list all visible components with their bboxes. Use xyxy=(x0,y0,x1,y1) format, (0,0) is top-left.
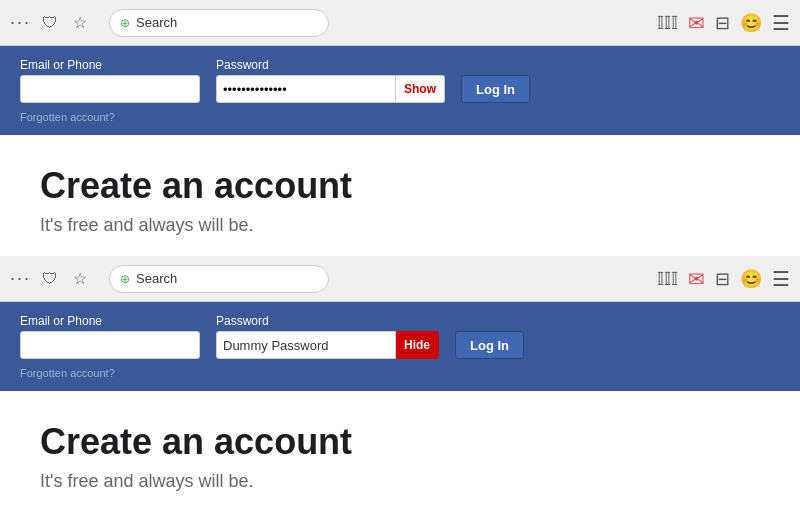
user-icon-1[interactable]: 😊 xyxy=(740,12,762,34)
email-field-group-2: Email or Phone xyxy=(20,314,200,359)
library-icon-1[interactable]: 𝕀𝕀𝕀 xyxy=(657,12,678,34)
fb-login-row-2: Email or Phone Password Hide Log In xyxy=(20,314,780,359)
password-input-1[interactable] xyxy=(216,75,396,103)
hide-password-button-2[interactable]: Hide xyxy=(396,331,439,359)
star-icon-1[interactable]: ☆ xyxy=(69,12,91,34)
password-wrapper-2: Hide xyxy=(216,331,439,359)
reader-icon-2[interactable]: ⊟ xyxy=(715,268,730,290)
password-input-2[interactable] xyxy=(216,331,396,359)
main-content-2: Create an account It's free and always w… xyxy=(0,391,800,512)
toolbar-right-2: 𝕀𝕀𝕀 ✉ ⊟ 😊 ☰ xyxy=(657,267,790,291)
toolbar-right-1: 𝕀𝕀𝕀 ✉ ⊟ 😊 ☰ xyxy=(657,11,790,35)
password-wrapper-1: Show xyxy=(216,75,445,103)
pocket-icon-1[interactable]: 🛡 xyxy=(39,12,61,34)
password-field-group-2: Password Hide xyxy=(216,314,439,359)
search-text-1: Search xyxy=(136,15,177,30)
email-input-2[interactable] xyxy=(20,331,200,359)
search-bar-2[interactable]: ⊕ Search xyxy=(109,265,329,293)
search-indicator-icon-1: ⊕ xyxy=(120,16,130,30)
menu-icon-2[interactable]: ☰ xyxy=(772,267,790,291)
search-bar-1[interactable]: ⊕ Search xyxy=(109,9,329,37)
create-account-subtitle-2: It's free and always will be. xyxy=(40,471,760,492)
library-icon-2[interactable]: 𝕀𝕀𝕀 xyxy=(657,268,678,290)
create-account-title-2: Create an account xyxy=(40,421,760,463)
password-label-1: Password xyxy=(216,58,445,72)
reader-icon-1[interactable]: ⊟ xyxy=(715,12,730,34)
show-password-button-1[interactable]: Show xyxy=(396,75,445,103)
search-indicator-icon-2: ⊕ xyxy=(120,272,130,286)
browser-toolbar-2: ··· 🛡 ☆ ⊕ Search 𝕀𝕀𝕀 ✉ ⊟ 😊 ☰ xyxy=(0,256,800,302)
forgotten-account-link-1[interactable]: Forgotten account? xyxy=(20,111,780,123)
pocket-icon-2[interactable]: 🛡 xyxy=(39,268,61,290)
browser-menu-dots-1[interactable]: ··· xyxy=(10,12,31,33)
login-button-1[interactable]: Log In xyxy=(461,75,530,103)
main-content-1: Create an account It's free and always w… xyxy=(0,135,800,256)
user-icon-2[interactable]: 😊 xyxy=(740,268,762,290)
email-label-1: Email or Phone xyxy=(20,58,200,72)
email-icon-2[interactable]: ✉ xyxy=(688,267,705,291)
fb-header-1: Email or Phone Password Show Log In Forg… xyxy=(0,46,800,135)
create-account-subtitle-1: It's free and always will be. xyxy=(40,215,760,236)
password-label-2: Password xyxy=(216,314,439,328)
password-field-group-1: Password Show xyxy=(216,58,445,103)
browser-menu-dots-2[interactable]: ··· xyxy=(10,268,31,289)
star-icon-2[interactable]: ☆ xyxy=(69,268,91,290)
search-text-2: Search xyxy=(136,271,177,286)
menu-icon-1[interactable]: ☰ xyxy=(772,11,790,35)
forgotten-account-link-2[interactable]: Forgotten account? xyxy=(20,367,780,379)
login-button-2[interactable]: Log In xyxy=(455,331,524,359)
email-label-2: Email or Phone xyxy=(20,314,200,328)
email-icon-1[interactable]: ✉ xyxy=(688,11,705,35)
browser-toolbar-1: ··· 🛡 ☆ ⊕ Search 𝕀𝕀𝕀 ✉ ⊟ 😊 ☰ xyxy=(0,0,800,46)
email-input-1[interactable] xyxy=(20,75,200,103)
create-account-title-1: Create an account xyxy=(40,165,760,207)
fb-login-row-1: Email or Phone Password Show Log In xyxy=(20,58,780,103)
fb-header-2: Email or Phone Password Hide Log In Forg… xyxy=(0,302,800,391)
email-field-group-1: Email or Phone xyxy=(20,58,200,103)
